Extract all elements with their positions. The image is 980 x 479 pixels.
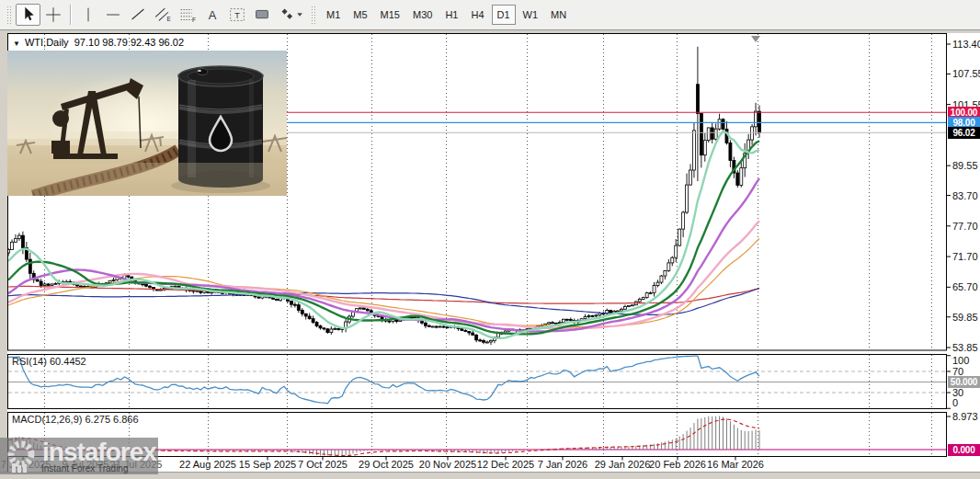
crosshair-icon: [43, 5, 63, 25]
text-label-icon: T: [227, 5, 247, 25]
symbol-label: WTI,Daily: [25, 37, 69, 48]
timeframe-button-m15[interactable]: M15: [375, 5, 405, 25]
chart-shift-marker-icon[interactable]: [751, 36, 760, 42]
oil-photo-overlay: [7, 51, 287, 196]
watermark-tagline: Instant Forex Trading: [41, 463, 129, 473]
timeframe-button-m1[interactable]: M1: [321, 5, 346, 25]
timeframe-button-h1[interactable]: H1: [439, 5, 463, 25]
toolbar-gripper[interactable]: [6, 5, 12, 25]
equidistant-channel-icon: E: [153, 5, 173, 25]
cursor-tool-button[interactable]: [16, 4, 40, 26]
symbol-dropdown-icon[interactable]: ▼: [13, 40, 20, 48]
oil-photo-illustration: [7, 51, 287, 196]
rsi-panel-label: RSI(14) 60.4452: [12, 356, 86, 367]
trading-terminal-window: EFATM1M5M15M30H1H4D1W1MN: [0, 0, 980, 479]
rsi-line: [8, 356, 759, 404]
rsi-value: 60.4452: [50, 356, 86, 367]
rectangle-tool-button[interactable]: [249, 4, 274, 26]
fibonacci-icon: F: [177, 5, 198, 25]
macd-name: MACD(12,26,9): [12, 414, 82, 425]
svg-text:F: F: [192, 17, 196, 23]
rsi-levels: [8, 371, 946, 393]
shapes-dropdown-tool-button[interactable]: [274, 4, 307, 26]
text-tool-button[interactable]: A: [199, 4, 224, 26]
chart-title: ▼WTI,Daily 97.10 98.79 92.43 96.02: [13, 37, 184, 48]
svg-text:T: T: [234, 11, 240, 20]
toolbar: EFATM1M5M15M30H1H4D1W1MN: [0, 0, 980, 30]
vertical-line-icon: [78, 5, 98, 25]
text-label-tool-button[interactable]: T: [224, 4, 249, 26]
timeframe-button-mn[interactable]: MN: [545, 5, 572, 25]
macd-values: 6.275 6.866: [85, 414, 138, 425]
crosshair-tool-button[interactable]: [40, 4, 65, 26]
horizontal-line-tool-button[interactable]: [100, 4, 125, 26]
rectangle-icon: [252, 5, 272, 25]
timeframe-button-m30[interactable]: M30: [407, 5, 438, 25]
toolbar-gripper[interactable]: [311, 5, 316, 25]
timeframe-button-d1[interactable]: D1: [492, 5, 516, 25]
text-icon: A: [202, 5, 222, 25]
trendline-tool-button[interactable]: [125, 4, 150, 26]
instaforex-logo-icon: [4, 439, 40, 474]
shapes-dropdown-icon: [276, 5, 305, 25]
vertical-line-tool-button[interactable]: [75, 4, 100, 26]
svg-text:E: E: [166, 16, 170, 22]
horizontal-line-icon: [103, 5, 123, 25]
equidistant-channel-tool-button[interactable]: E: [150, 4, 175, 26]
fibonacci-tool-button[interactable]: F: [175, 4, 199, 26]
rsi-name: RSI(14): [12, 356, 47, 367]
trendline-icon: [128, 5, 148, 25]
macd-panel-label: MACD(12,26,9) 6.275 6.866: [12, 414, 139, 425]
instaforex-watermark: instaforex Instant Forex Trading: [0, 438, 158, 474]
ohlc-values: 97.10 98.79 92.43 96.02: [74, 37, 184, 48]
cursor-icon: [18, 5, 39, 25]
toolbar-separator: [70, 5, 71, 25]
timeframe-button-w1[interactable]: W1: [518, 5, 544, 25]
timeframe-button-h4[interactable]: H4: [465, 5, 489, 25]
price-axis[interactable]: [947, 33, 980, 457]
timeframe-button-m5[interactable]: M5: [348, 5, 372, 25]
svg-text:A: A: [208, 8, 216, 22]
